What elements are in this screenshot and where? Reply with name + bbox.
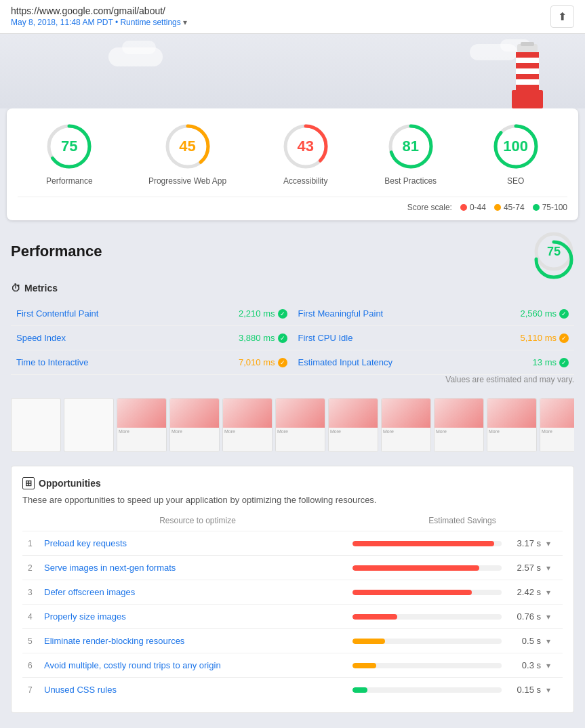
url-link[interactable]: https://www.google.com/gmail/about/	[11, 5, 165, 16]
score-number-pwa: 45	[179, 138, 195, 155]
frame-content-top	[276, 399, 325, 428]
opp-row[interactable]: 3 Defer offscreen images 2.42 s ▾	[22, 580, 563, 604]
frame-content-bottom: More	[435, 428, 483, 451]
opp-chevron-icon[interactable]: ▾	[546, 563, 557, 573]
scale-range: 45-74	[504, 203, 525, 212]
status-dot: ✓	[278, 358, 287, 367]
opp-chevron-icon[interactable]: ▾	[546, 539, 557, 548]
page-url[interactable]: https://www.google.com/gmail/about/	[11, 5, 187, 16]
svg-rect-5	[516, 68, 539, 74]
perf-score-number: 75	[547, 245, 561, 259]
opp-num: 2	[28, 563, 39, 573]
metric-value: 5,110 ms ✓	[521, 333, 569, 343]
opp-row[interactable]: 5 Eliminate render-blocking resources 0.…	[22, 628, 563, 653]
opp-num: 6	[28, 661, 39, 670]
opp-bar	[352, 614, 397, 620]
filmstrip-frame: More	[117, 398, 167, 452]
url-section: https://www.google.com/gmail/about/ May …	[11, 5, 187, 27]
frame-content-top	[487, 399, 536, 428]
col-savings-header: Estimated Savings	[367, 516, 557, 525]
opp-row[interactable]: 4 Properly size images 0.76 s ▾	[22, 604, 563, 628]
opp-chevron-icon[interactable]: ▾	[546, 588, 557, 597]
status-dot: ✓	[559, 309, 569, 319]
metric-value: 13 ms ✓	[533, 357, 569, 367]
scale-dot	[494, 204, 501, 211]
svg-rect-9	[512, 90, 543, 108]
scores-row: 75 Performance 45 Progressive Web App 43…	[18, 122, 567, 186]
opp-rows: 1 Preload key requests 3.17 s ▾ 2 Serve …	[22, 531, 563, 702]
metric-row: Speed Index 3,880 ms ✓	[11, 326, 293, 350]
perf-title: Performance	[11, 243, 102, 260]
score-circle-pwa: 45	[163, 122, 212, 171]
metrics-grid: First Contentful Paint 2,210 ms ✓ First …	[11, 302, 574, 375]
svg-rect-2	[516, 52, 539, 58]
runtime-settings-link[interactable]: Runtime settings	[120, 18, 180, 27]
opp-columns: Resource to optimize Estimated Savings	[22, 516, 563, 525]
score-performance: 75 Performance	[45, 122, 94, 186]
frame-content-top	[435, 399, 483, 428]
status-dot: ✓	[278, 309, 287, 319]
opp-bar-container	[352, 663, 502, 668]
metric-row: Time to Interactive 7,010 ms ✓	[11, 350, 293, 375]
metrics-label: Metrics	[24, 283, 58, 294]
score-pwa: 45 Progressive Web App	[148, 122, 226, 186]
opp-row[interactable]: 7 Unused CSS rules 0.15 s ▾	[22, 677, 563, 702]
scores-card: 75 Performance 45 Progressive Web App 43…	[7, 108, 578, 220]
frame-content-top	[170, 399, 219, 428]
opp-num: 5	[28, 636, 39, 646]
score-circle-seo: 100	[491, 122, 540, 171]
opp-savings: 0.76 s	[507, 611, 541, 622]
opp-chevron-icon[interactable]: ▾	[546, 612, 557, 622]
frame-content-bottom: More	[487, 428, 536, 451]
opp-bar-container	[352, 614, 502, 620]
lighthouse-tower-svg	[504, 41, 551, 108]
opp-row[interactable]: 6 Avoid multiple, costly round trips to …	[22, 653, 563, 677]
opp-bar	[352, 639, 385, 644]
opp-savings: 0.15 s	[507, 685, 541, 695]
svg-rect-4	[516, 63, 539, 68]
opp-item-name: Eliminate render-blocking resources	[44, 636, 347, 646]
opp-bar-container	[352, 687, 502, 693]
frame-content-top	[382, 399, 430, 428]
frame-content-bottom: More	[276, 428, 325, 451]
score-circle-performance: 75	[45, 122, 94, 171]
opp-title: Opportunities	[39, 478, 101, 489]
opp-bar	[352, 687, 367, 693]
opp-num: 1	[28, 539, 39, 548]
share-button[interactable]: ⬆	[550, 5, 574, 28]
scale-item-0-44: 0-44	[460, 203, 486, 212]
opp-item-name: Properly size images	[44, 611, 347, 622]
filmstrip-frame: More	[222, 398, 273, 452]
opp-num: 4	[28, 612, 39, 622]
opp-num: 3	[28, 588, 39, 597]
frame-content-bottom: More	[540, 428, 574, 451]
score-number-performance: 75	[61, 138, 77, 155]
metric-value: 2,560 ms ✓	[521, 308, 569, 319]
filmstrip-frame: More	[434, 398, 484, 452]
score-number-best_practices: 81	[402, 138, 418, 155]
opportunities-section: ⊞ Opportunities These are opportunities …	[11, 466, 574, 713]
svg-rect-7	[516, 79, 539, 85]
cloud-2	[122, 41, 156, 54]
metrics-header: ⏱ Metrics	[11, 283, 574, 294]
frame-content-top	[540, 399, 574, 428]
metric-row: First Contentful Paint 2,210 ms ✓	[11, 302, 293, 326]
score-label-performance: Performance	[46, 176, 93, 186]
opp-chevron-icon[interactable]: ▾	[546, 661, 557, 670]
scale-label: Score scale:	[407, 203, 452, 212]
filmstrip-frame	[11, 398, 61, 452]
opp-bar	[352, 565, 479, 571]
opp-chevron-icon[interactable]: ▾	[546, 636, 557, 646]
scale-dot	[533, 204, 540, 211]
opp-desc: These are opportunities to speed up your…	[22, 495, 563, 505]
scale-range: 0-44	[470, 203, 486, 212]
opp-bar-container	[352, 590, 502, 595]
metric-name: First Contentful Paint	[16, 308, 98, 319]
status-dot: ✓	[559, 333, 569, 343]
opp-chevron-icon[interactable]: ▾	[546, 685, 557, 695]
opp-row[interactable]: 2 Serve images in next-gen formats 2.57 …	[22, 555, 563, 580]
opp-row[interactable]: 1 Preload key requests 3.17 s ▾	[22, 531, 563, 555]
filmstrip-frame: More	[169, 398, 220, 452]
meta-info: May 8, 2018, 11:48 AM PDT • Runtime sett…	[11, 18, 187, 27]
score-circle-best_practices: 81	[386, 122, 435, 171]
